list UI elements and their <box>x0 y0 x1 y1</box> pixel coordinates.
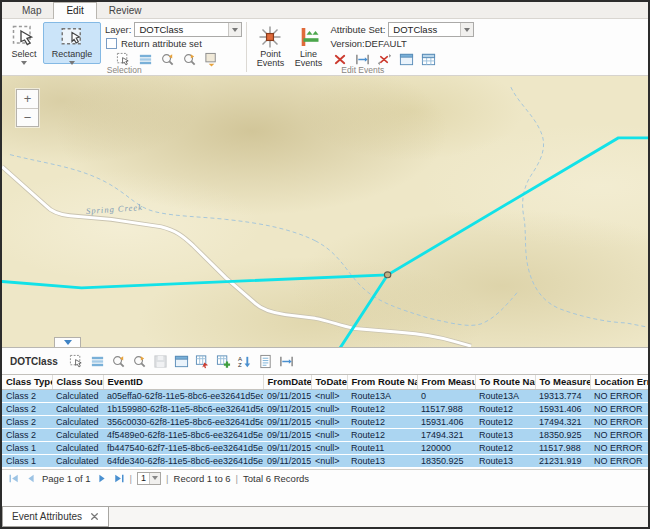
table-cell[interactable]: Route13 <box>347 454 417 467</box>
attribute-set-dropdown[interactable]: DOTClass <box>388 22 474 37</box>
measure-records-button[interactable] <box>279 353 295 369</box>
table-cell[interactable]: 18350.925 <box>417 454 475 467</box>
table-cell[interactable]: 11517.988 <box>417 402 475 415</box>
select-records-button[interactable] <box>69 353 85 369</box>
column-header[interactable]: Location Error <box>590 375 648 389</box>
table-cell[interactable]: Calculated <box>52 415 103 428</box>
table-cell[interactable]: Calculated <box>52 428 103 441</box>
table-cell[interactable]: fb447540-62f7-11e5-8bc6-ee32641d5ec9 <box>103 441 263 454</box>
table-cell[interactable]: Class 1 <box>2 441 52 454</box>
table-cell[interactable]: NO ERROR <box>590 389 648 402</box>
zoom-out-button[interactable]: − <box>17 108 38 126</box>
open-table-button[interactable] <box>174 353 190 369</box>
table-cell[interactable]: 09/11/2015 <box>263 415 311 428</box>
table-cell[interactable]: Route13 <box>475 428 535 441</box>
table-cell[interactable]: Route13A <box>475 389 535 402</box>
table-row[interactable]: Class 2Calculated356c0030-62f8-11e5-8bc6… <box>2 415 648 428</box>
column-header[interactable]: To Measure <box>535 375 590 389</box>
table-cell[interactable]: 09/11/2015 <box>263 441 311 454</box>
table-cell[interactable]: a05effa0-62f8-11e5-8bc6-ee32641d5ec9 <box>103 389 263 402</box>
previous-page-button[interactable] <box>25 472 37 484</box>
close-icon[interactable] <box>90 512 99 521</box>
table-row[interactable]: Class 2Calculated1b159980-62f8-11e5-8bc6… <box>2 402 648 415</box>
table-cell[interactable]: Route12 <box>475 402 535 415</box>
table-cell[interactable]: 4f5489e0-62f8-11e5-8bc6-ee32641d5ec9 <box>103 428 263 441</box>
column-header[interactable]: Class Source <box>52 375 103 389</box>
delete-record-button[interactable] <box>195 353 211 369</box>
table-cell[interactable]: Route13 <box>475 454 535 467</box>
add-record-button[interactable] <box>216 353 232 369</box>
table-cell[interactable]: NO ERROR <box>590 454 648 467</box>
column-header[interactable]: From Measure <box>417 375 475 389</box>
table-cell[interactable]: Calculated <box>52 454 103 467</box>
save-edits-button[interactable] <box>153 353 169 369</box>
table-cell[interactable]: 18350.925 <box>535 428 590 441</box>
table-cell[interactable]: Calculated <box>52 389 103 402</box>
table-cell[interactable]: 11517.988 <box>535 441 590 454</box>
table-cell[interactable]: NO ERROR <box>590 402 648 415</box>
table-cell[interactable]: 09/11/2015 <box>263 389 311 402</box>
next-page-button[interactable] <box>96 472 108 484</box>
column-header[interactable]: ToDate <box>311 375 347 389</box>
table-cell[interactable]: 21231.919 <box>535 454 590 467</box>
column-header[interactable]: EventID <box>103 375 263 389</box>
column-header[interactable]: To Route Name <box>475 375 535 389</box>
column-header[interactable]: From Route Name <box>347 375 417 389</box>
table-cell[interactable]: Class 2 <box>2 389 52 402</box>
rectangle-tool-button[interactable]: Rectangle <box>43 22 101 64</box>
table-cell[interactable]: <null> <box>311 402 347 415</box>
table-cell[interactable]: 17494.321 <box>535 415 590 428</box>
table-cell[interactable]: 120000 <box>417 441 475 454</box>
zoom-to-selection-button[interactable] <box>111 353 127 369</box>
table-cell[interactable]: <null> <box>311 441 347 454</box>
tab-event-attributes[interactable]: Event Attributes <box>2 507 109 527</box>
collapse-panel-button[interactable] <box>54 337 81 347</box>
last-page-button[interactable] <box>113 472 125 484</box>
layer-dropdown[interactable]: DOTClass <box>134 22 242 37</box>
show-selected-button[interactable] <box>90 353 106 369</box>
zoom-in-button[interactable]: + <box>17 90 38 108</box>
line-events-button[interactable]: Line Events <box>290 22 326 64</box>
table-cell[interactable]: Route12 <box>347 402 417 415</box>
column-header[interactable]: FromDate <box>263 375 311 389</box>
table-cell[interactable]: 15931.406 <box>535 402 590 415</box>
table-row[interactable]: Class 1Calculatedfb447540-62f7-11e5-8bc6… <box>2 441 648 454</box>
select-tool-button[interactable]: Select <box>7 22 41 64</box>
table-cell[interactable]: NO ERROR <box>590 415 648 428</box>
table-cell[interactable]: <null> <box>311 428 347 441</box>
table-cell[interactable]: Route12 <box>347 428 417 441</box>
table-cell[interactable]: Route12 <box>347 415 417 428</box>
table-cell[interactable]: Calculated <box>52 441 103 454</box>
map-view[interactable]: Spring Creek + − <box>2 76 648 347</box>
table-cell[interactable]: 17494.321 <box>417 428 475 441</box>
table-cell[interactable]: Route11 <box>347 441 417 454</box>
table-cell[interactable]: Calculated <box>52 402 103 415</box>
page-number-dropdown[interactable]: 1 <box>137 472 161 485</box>
table-cell[interactable]: 09/11/2015 <box>263 428 311 441</box>
table-cell[interactable]: Route12 <box>475 441 535 454</box>
table-row[interactable]: Class 1Calculated64fde340-62f8-11e5-8bc6… <box>2 454 648 467</box>
table-row[interactable]: Class 2Calculateda05effa0-62f8-11e5-8bc6… <box>2 389 648 402</box>
tab-review[interactable]: Review <box>97 3 154 18</box>
table-cell[interactable]: Class 2 <box>2 402 52 415</box>
table-cell[interactable]: NO ERROR <box>590 441 648 454</box>
pan-to-selection-button[interactable] <box>132 353 148 369</box>
table-cell[interactable]: Route13A <box>347 389 417 402</box>
table-cell[interactable]: <null> <box>311 415 347 428</box>
column-header[interactable]: Class Type <box>2 375 52 389</box>
table-cell[interactable]: 1b159980-62f8-11e5-8bc6-ee32641d5ec9 <box>103 402 263 415</box>
sort-button[interactable]: AZ <box>237 353 253 369</box>
table-cell[interactable]: 0 <box>417 389 475 402</box>
table-cell[interactable]: 09/11/2015 <box>263 402 311 415</box>
table-cell[interactable]: 356c0030-62f8-11e5-8bc6-ee32641d5ec9 <box>103 415 263 428</box>
table-cell[interactable]: <null> <box>311 454 347 467</box>
table-cell[interactable]: 15931.406 <box>417 415 475 428</box>
return-attribute-set-checkbox[interactable] <box>106 38 117 49</box>
tab-map[interactable]: Map <box>10 3 53 18</box>
view-form-button[interactable] <box>258 353 274 369</box>
point-events-button[interactable]: Point Events <box>252 22 288 64</box>
first-page-button[interactable] <box>8 472 20 484</box>
table-row[interactable]: Class 2Calculated4f5489e0-62f8-11e5-8bc6… <box>2 428 648 441</box>
table-cell[interactable]: Class 2 <box>2 428 52 441</box>
table-cell[interactable]: Route12 <box>475 415 535 428</box>
